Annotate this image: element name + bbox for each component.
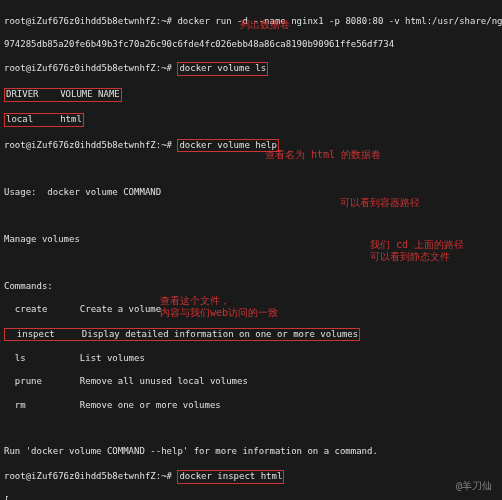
cmd-inspect: docker inspect html — [177, 470, 284, 484]
annotation-3: 可以看到容器路径 — [340, 196, 420, 209]
container-id: 974285db85a20fe6b49b3fc70a26c90c6fde4fc0… — [4, 39, 498, 51]
cmd-inspect-help: inspect Display detailed information on … — [4, 328, 360, 342]
volume-header: DRIVER VOLUME NAME — [4, 88, 122, 102]
cmd-docker-run: docker run -d --name nginx1 -p 8080:80 -… — [177, 16, 502, 26]
annotation-5: 可以看到静态文件 — [370, 250, 450, 263]
cmd-ls-help: ls List volumes — [4, 353, 498, 365]
annotation-1: 列出数据卷 — [240, 18, 290, 31]
help-hint: Run 'docker volume COMMAND --help' for m… — [4, 446, 498, 458]
cmd-volume-ls: docker volume ls — [177, 62, 268, 76]
commands-label: Commands: — [4, 281, 498, 293]
annotation-2: 查看名为 html 的数据卷 — [265, 148, 381, 161]
usage-text: Usage: docker volume COMMAND — [4, 187, 498, 199]
watermark: @羊刀仙 — [456, 479, 492, 492]
volume-row: local html — [4, 113, 84, 127]
cmd-volume-help: docker volume help — [177, 139, 279, 153]
cmd-rm-help: rm Remove one or more volumes — [4, 400, 498, 412]
cmd-prune-help: prune Remove all unused local volumes — [4, 376, 498, 388]
annotation-7: 内容与我们web访问的一致 — [160, 306, 278, 319]
prompt: root@iZuf676z0ihdd5b8etwnhfZ:~# — [4, 16, 172, 26]
